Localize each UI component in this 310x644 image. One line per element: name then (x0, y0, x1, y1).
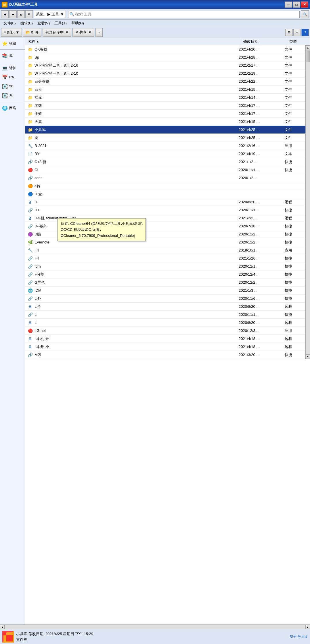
recent-button[interactable]: ▼ (25, 10, 33, 18)
menu-help[interactable]: 帮助(H) (69, 20, 86, 26)
table-row[interactable]: 🔗 G屏色 2020/12/2... 快捷 (25, 279, 305, 287)
folder-icon: 📁 (28, 95, 33, 100)
scroll-left-button[interactable]: ◄ (0, 625, 5, 629)
table-row[interactable]: 🔵 D 全 (25, 190, 305, 198)
fdm-icon: 🔗 (28, 264, 33, 269)
table-row[interactable]: 🔧 F4 2018/10/1... 应用 (25, 246, 305, 254)
file-date-cell: 2020/11/6 ... (236, 295, 282, 302)
table-row[interactable]: 🔗 D+ 2020/11/1... 快捷 (25, 206, 305, 214)
up-button[interactable]: ▲ (17, 10, 25, 18)
table-row[interactable]: 📁 Sp 2021/4/28 ... 文件 (25, 53, 305, 61)
back-button[interactable]: ◄ (1, 10, 9, 18)
table-row[interactable]: 🖥 D 2020/8/20 ... 远程 (25, 198, 305, 206)
include-label: 包含到库中 (45, 30, 64, 35)
table-row[interactable]: 🔴 LG net 2020/12/3... 应用 (25, 327, 305, 335)
file-type-cell: 文件 (282, 134, 305, 142)
tooltip-popup: 位置: CCleaner64 (D:\系统文件\工具\小具库\新清\ CC\CC… (58, 218, 146, 241)
col-type-header[interactable]: 类型 (287, 38, 310, 45)
app-icon: 🔧 (28, 143, 33, 148)
search-go-button[interactable]: 🔍 (301, 10, 309, 18)
table-row[interactable]: 🔗 fdm 2020/12/1... 快捷 (25, 262, 305, 270)
table-row[interactable]: 🖥 L 2020/8/20 ... 远程 (25, 319, 305, 327)
table-row[interactable]: 🖥 L 全 2020/8/20 ... 远程 (25, 303, 305, 311)
table-row[interactable]: 📁 QK备份 2021/4/20 ... 文件 (25, 45, 305, 53)
list-view-button[interactable]: ☰ (293, 29, 301, 36)
search-input[interactable] (75, 12, 298, 16)
organize-button[interactable]: ≡ 组织 ▼ (1, 28, 22, 37)
sidebar-item-soft[interactable]: 💽 软 (0, 82, 25, 91)
file-name-cell: 🟠 c转 (25, 182, 236, 190)
sidebar-item-favorites[interactable]: ⭐ 收藏 (0, 39, 25, 48)
sidebar-item-computer[interactable]: 💻 计算 (0, 64, 25, 72)
file-type-cell: 文件 (282, 126, 305, 134)
breadcrumb-dropdown[interactable]: ▼ (60, 12, 64, 16)
table-row[interactable]: 📁 WT-淘宝第一笔：8元 2-10 2021/2/19 ... 文件 (25, 69, 305, 78)
table-row[interactable]: 📁 插库 2021/4/14 ... 文件 (25, 94, 305, 102)
horizontal-scrollbar[interactable]: ◄ ► (0, 624, 310, 629)
maximize-button[interactable]: □ (293, 1, 300, 8)
include-library-button[interactable]: 包含到库中 ▼ (43, 28, 71, 37)
table-row[interactable]: 📁 天翼 2021/4/15 ... 文件 (25, 118, 305, 126)
details-view-button[interactable]: ⊞ (285, 29, 293, 36)
table-row[interactable]: 📁 WT-淘宝第二笔：8元 2-16 2021/2/17 ... 文件 (25, 61, 305, 69)
folder-special-icon: 📁 (28, 127, 33, 132)
table-row[interactable]: 📁 老微 2021/4/17 ... 文件 (25, 102, 305, 110)
table-row[interactable]: 🌐 IDM 2021/1/3 ... 快捷 (25, 287, 305, 295)
table-row[interactable]: 📁 百云 2021/4/15 ... 文件 (25, 86, 305, 94)
table-row[interactable]: 📁 百分备份 2021/4/22 ... 文件 (25, 78, 305, 86)
table-row[interactable]: 🖥 L本开-小 2021/4/18 ... 远程 (25, 343, 305, 351)
sidebar-item-network[interactable]: 🌐 网络 (0, 104, 25, 112)
table-row[interactable]: 📁 页 2021/4/25 ... 文件 (25, 134, 305, 142)
lnk-icon: 🔗 (28, 272, 33, 277)
table-row[interactable]: 📄 BY 2021/4/19 ... 文本 (25, 150, 305, 158)
forward-button[interactable]: ► (9, 10, 17, 18)
menu-view[interactable]: 查看(V) (35, 20, 52, 26)
file-type-cell: 远程 (282, 343, 305, 351)
more-button[interactable]: » (95, 28, 103, 37)
menu-bar: 文件(F) 编辑(E) 查看(V) 工具(T) 帮助(H) (0, 20, 310, 27)
table-row[interactable]: 🔗 F4 2021/1/26 ... 快捷 (25, 254, 305, 262)
menu-edit[interactable]: 编辑(E) (18, 20, 35, 26)
folder-icon: 📁 (28, 111, 33, 116)
table-row[interactable]: 📁 小具库 2021/4/25 ... 文件 (25, 126, 305, 134)
sidebar-item-library[interactable]: 📚 库 (0, 51, 25, 60)
table-row[interactable]: 🔗 C+3 新 2021/1/2 ... 快捷 (25, 158, 305, 166)
scroll-thumb[interactable] (306, 51, 310, 62)
table-row[interactable]: 📁 手效 2021/4/17 ... 文件 (25, 110, 305, 118)
scroll-up-button[interactable]: ▲ (306, 45, 310, 50)
table-row[interactable]: 🔗 M装 2021/3/20 ... 快捷 (25, 351, 305, 359)
file-name-cell: 📁 页 (25, 134, 236, 142)
search-box[interactable]: 🔍 (68, 11, 300, 18)
table-row[interactable]: 🟠 c转 (25, 182, 305, 190)
table-row[interactable]: 🔗 cont 2020/1/2... (25, 174, 305, 182)
menu-file[interactable]: 文件(F) (1, 20, 18, 26)
status-type-value: 文件夹 (16, 637, 27, 642)
table-row[interactable]: 🔗 L 2020/11/1... 快捷 (25, 311, 305, 319)
share-button[interactable]: ↗ 共享 ▼ (72, 28, 94, 37)
ccleaner-icon: 🔴 (28, 167, 33, 173)
file-list-area: 名称 ▲ 修改日期 类型 📁 QK备份 2021/4/20 ... (25, 38, 310, 624)
table-row[interactable]: 🖥 L本机-开 2021/4/18 ... 远程 (25, 335, 305, 343)
scroll-right-button[interactable]: ► (305, 625, 310, 629)
file-name-cell: 📁 小具库 (25, 126, 236, 134)
tooltip-line1: 位置: CCleaner64 (D:\系统文件\工具\小具库\新清\ (61, 221, 143, 227)
help-button[interactable]: ? (301, 29, 309, 36)
minimize-button[interactable]: ─ (285, 1, 292, 8)
vertical-scrollbar[interactable]: ▲ ▼ (305, 45, 310, 359)
col-name-header[interactable]: 名称 ▲ (25, 38, 241, 45)
col-date-header[interactable]: 修改日期 (241, 38, 287, 45)
sidebar-item-ra[interactable]: 📅 RA (0, 73, 25, 82)
computer-icon: 💻 (2, 65, 8, 71)
breadcrumb[interactable]: 系统... ▶ 工具 ▼ (34, 11, 66, 18)
sidebar-item-sys[interactable]: 💽 系 (0, 91, 25, 100)
open-button[interactable]: 📂 打开 (23, 28, 41, 37)
table-row[interactable]: 🔗 F分割 2020/12/4 ... 快捷 (25, 270, 305, 279)
lnk-icon: 🔗 (28, 208, 33, 213)
scroll-down-button[interactable]: ▼ (306, 354, 310, 359)
table-row[interactable]: 🔧 B-2021 2021/2/16 ... 应用 (25, 142, 305, 150)
file-date-cell: 2020/12/2... (236, 279, 282, 286)
table-row[interactable]: 🔴 CI 2020/11/1... 快捷 (25, 166, 305, 174)
table-row[interactable]: 🔗 L 外 2020/11/6 ... 快捷 (25, 295, 305, 303)
menu-tools[interactable]: 工具(T) (52, 20, 69, 26)
close-button[interactable]: ✕ (301, 1, 308, 8)
